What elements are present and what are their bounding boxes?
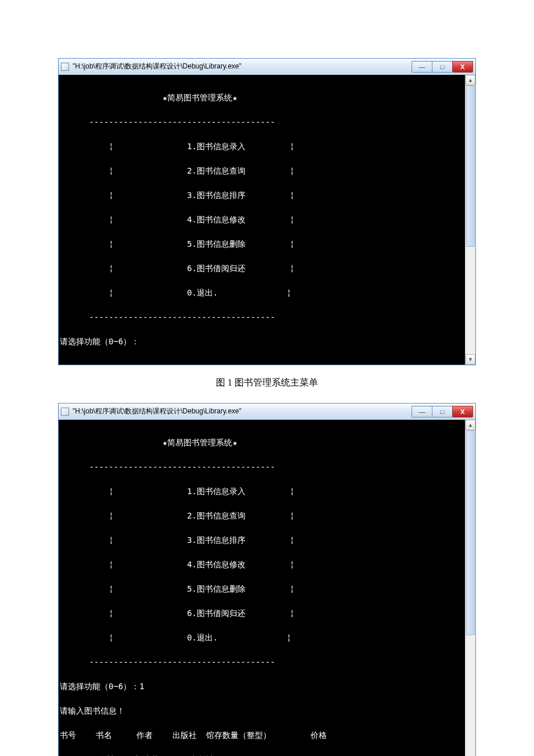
menu-item-2: ¦ 2.图书信息查询 ¦: [60, 165, 464, 177]
menu-item-5: ¦ 5.图书信息删除 ¦: [60, 238, 464, 250]
menu-item-0: ¦ 0.退出. ¦: [60, 287, 464, 299]
table-columns: 书号 书名 作者 出版社 馆存数量（整型） 价格: [60, 729, 464, 741]
scroll-up-icon[interactable]: ▲: [466, 420, 475, 430]
menu-item-0: ¦ 0.退出. ¦: [60, 632, 464, 644]
minimize-button[interactable]: —: [412, 61, 432, 73]
title-bar: "H:\job\程序调试\数据结构课程设计\Debug\Library.exe"…: [59, 404, 475, 420]
app-icon: [61, 63, 69, 71]
maximize-button[interactable]: □: [432, 61, 453, 73]
window-buttons: — □ X: [412, 61, 473, 73]
console-area: ★简易图书管理系统★ -----------------------------…: [59, 420, 475, 756]
menu-divider-bot: --------------------------------------: [60, 311, 464, 323]
app-icon: [61, 408, 69, 416]
console-window-1: "H:\job\程序调试\数据结构课程设计\Debug\Library.exe"…: [58, 58, 476, 365]
scroll-track[interactable]: [466, 430, 475, 756]
close-button[interactable]: X: [452, 61, 473, 73]
menu-item-6: ¦ 6.图书借阅归还 ¦: [60, 262, 464, 275]
menu-item-1: ¦ 1.图书信息录入 ¦: [60, 141, 464, 153]
table-row[interactable]: 1 女神 郭沫若 人民出版社 5 98: [60, 754, 464, 756]
menu-item-4: ¦ 4.图书信息修改 ¦: [60, 559, 464, 571]
window-buttons: — □ X: [412, 406, 473, 417]
console-area: ★简易图书管理系统★ -----------------------------…: [59, 75, 475, 365]
menu-header: ★简易图书管理系统★: [60, 92, 464, 104]
console-output: ★简易图书管理系统★ -----------------------------…: [59, 420, 465, 756]
close-button[interactable]: X: [452, 406, 473, 417]
menu-header: ★简易图书管理系统★: [60, 437, 464, 449]
scroll-thumb[interactable]: [466, 85, 475, 247]
menu-item-2: ¦ 2.图书信息查询 ¦: [60, 510, 464, 522]
scroll-thumb[interactable]: [466, 430, 475, 635]
menu-item-1: ¦ 1.图书信息录入 ¦: [60, 485, 464, 498]
menu-item-6: ¦ 6.图书借阅归还 ¦: [60, 607, 464, 620]
scroll-track[interactable]: [466, 85, 475, 354]
menu-prompt-input[interactable]: 请选择功能（0~6）：1: [60, 681, 464, 693]
window-title: "H:\job\程序调试\数据结构课程设计\Debug\Library.exe": [73, 62, 412, 71]
console-window-2: "H:\job\程序调试\数据结构课程设计\Debug\Library.exe"…: [58, 403, 476, 756]
scrollbar[interactable]: ▲ ▼: [465, 75, 475, 365]
figure-1-caption: 图 1 图书管理系统主菜单: [0, 377, 534, 389]
menu-item-3: ¦ 3.图书信息排序 ¦: [60, 534, 464, 546]
scroll-up-icon[interactable]: ▲: [466, 75, 475, 85]
menu-item-4: ¦ 4.图书信息修改 ¦: [60, 214, 464, 226]
menu-item-3: ¦ 3.图书信息排序 ¦: [60, 189, 464, 201]
input-header: 请输入图书信息！: [60, 705, 464, 717]
menu-divider-top: --------------------------------------: [60, 116, 464, 128]
window-title: "H:\job\程序调试\数据结构课程设计\Debug\Library.exe": [73, 406, 412, 416]
console-output: ★简易图书管理系统★ -----------------------------…: [59, 75, 465, 365]
title-bar: "H:\job\程序调试\数据结构课程设计\Debug\Library.exe"…: [59, 59, 475, 75]
menu-prompt[interactable]: 请选择功能（0~6）：: [60, 336, 464, 348]
scrollbar[interactable]: ▲ ▼: [465, 420, 475, 756]
menu-item-5: ¦ 5.图书信息删除 ¦: [60, 583, 464, 595]
menu-divider-bot: --------------------------------------: [60, 656, 464, 668]
minimize-button[interactable]: —: [412, 406, 432, 417]
scroll-down-icon[interactable]: ▼: [466, 354, 475, 365]
maximize-button[interactable]: □: [432, 406, 453, 417]
menu-divider-top: --------------------------------------: [60, 461, 464, 473]
